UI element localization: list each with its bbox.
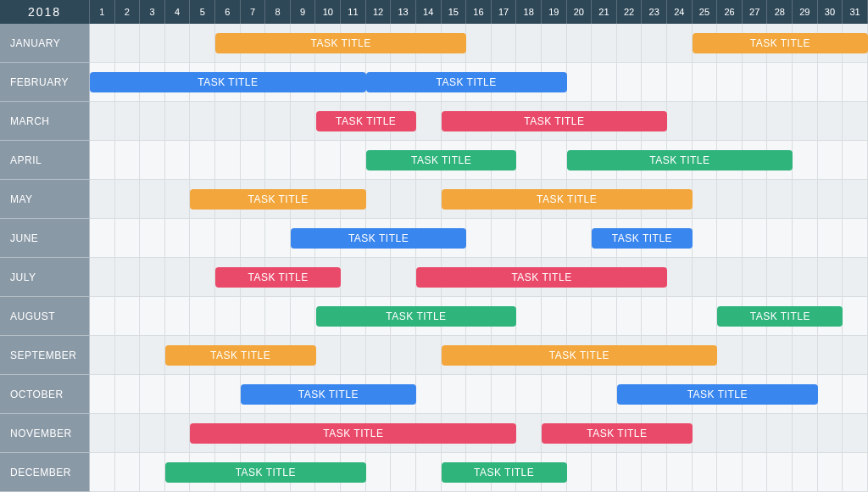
grid-cell — [190, 141, 215, 180]
task-bar[interactable]: TASK TITLE — [366, 150, 517, 171]
grid-cell — [190, 24, 215, 63]
day-header-24: 24 — [667, 0, 693, 24]
grid-cell — [567, 453, 593, 492]
grid-cell — [215, 102, 241, 141]
grid-cell — [667, 258, 693, 297]
grid-cell — [165, 258, 191, 297]
grid-cell — [165, 141, 191, 180]
grid-cell — [717, 63, 743, 102]
grid-cell — [693, 219, 718, 258]
task-bar[interactable]: TASK TITLE — [316, 111, 416, 131]
grid-cell — [717, 180, 743, 219]
task-bar[interactable]: TASK TITLE — [215, 267, 341, 288]
month-label-october: OCTOBER — [0, 375, 90, 414]
grid-cell — [265, 141, 291, 180]
grid-cell — [743, 336, 768, 375]
month-row-may: MAY — [0, 180, 868, 219]
day-header-6: 6 — [215, 0, 241, 24]
day-header-10: 10 — [315, 0, 341, 24]
task-bar[interactable]: TASK TITLE — [617, 384, 818, 405]
grid-cell — [642, 24, 667, 63]
grid-cell — [90, 336, 115, 375]
grid-cell — [165, 24, 191, 63]
grid-cell — [667, 453, 693, 492]
grid-cell — [818, 336, 843, 375]
task-bar[interactable]: TASK TITLE — [90, 72, 366, 92]
day-header-16: 16 — [466, 0, 492, 24]
grid-cell — [793, 219, 818, 258]
grid-cell — [140, 24, 165, 63]
grid-cell — [667, 24, 693, 63]
task-bar[interactable]: TASK TITLE — [215, 33, 466, 53]
grid-cell — [693, 453, 718, 492]
grid-cell — [215, 141, 241, 180]
grid-cell — [767, 63, 793, 102]
grid-cell — [617, 63, 643, 102]
task-bar[interactable]: TASK TITLE — [291, 228, 466, 249]
month-label-march: MARCH — [0, 102, 90, 141]
grid-cell — [140, 219, 165, 258]
task-bar[interactable]: TASK TITLE — [442, 189, 693, 210]
task-bar[interactable]: TASK TITLE — [165, 462, 366, 483]
grid-cell — [115, 453, 141, 492]
grid-cell — [492, 24, 517, 63]
month-row-september: SEPTEMBER — [0, 336, 868, 375]
task-bar[interactable]: TASK TITLE — [165, 345, 316, 366]
day-header-11: 11 — [341, 0, 366, 24]
grid-cell — [115, 375, 141, 414]
grid-cell — [693, 102, 718, 141]
grid-cell — [567, 297, 593, 336]
grid-cell — [843, 414, 868, 453]
task-bar[interactable]: TASK TITLE — [190, 423, 516, 444]
grid-cell — [140, 414, 165, 453]
day-header-12: 12 — [366, 0, 392, 24]
grid-cell — [592, 375, 617, 414]
grid-cell — [165, 102, 191, 141]
grid-cell — [567, 375, 593, 414]
task-bar[interactable]: TASK TITLE — [717, 306, 843, 327]
month-label-august: AUGUST — [0, 297, 90, 336]
task-bar[interactable]: TASK TITLE — [592, 228, 692, 249]
task-bar[interactable]: TASK TITLE — [416, 267, 667, 288]
task-bar[interactable]: TASK TITLE — [366, 72, 567, 92]
task-bar[interactable]: TASK TITLE — [567, 150, 793, 171]
grid-cell — [843, 336, 868, 375]
grid-cell — [793, 180, 818, 219]
task-bar[interactable]: TASK TITLE — [693, 33, 868, 53]
task-bar[interactable]: TASK TITLE — [241, 384, 416, 405]
grid-cell — [717, 453, 743, 492]
grid-cell — [693, 297, 718, 336]
grid-cell — [165, 375, 191, 414]
day-header-1: 1 — [90, 0, 115, 24]
day-header-27: 27 — [743, 0, 768, 24]
grid-cell — [190, 102, 215, 141]
grid-cell — [516, 24, 542, 63]
grid-cell — [241, 219, 266, 258]
task-bar[interactable]: TASK TITLE — [442, 462, 567, 483]
day-header-9: 9 — [291, 0, 316, 24]
task-bar[interactable]: TASK TITLE — [316, 306, 517, 327]
task-bar[interactable]: TASK TITLE — [442, 345, 718, 366]
gantt-body: JANUARYFEBRUARYMARCHAPRILMAYJUNEJULYAUGU… — [0, 24, 868, 492]
task-bar[interactable]: TASK TITLE — [542, 423, 693, 444]
grid-cell — [165, 297, 191, 336]
grid-cell — [466, 24, 492, 63]
grid-cell — [843, 141, 868, 180]
grid-cell — [416, 453, 442, 492]
grid-cell — [743, 102, 768, 141]
grid-cell — [291, 102, 316, 141]
grid-cell — [115, 219, 141, 258]
grid-cell — [542, 297, 567, 336]
grid-cell — [241, 141, 266, 180]
grid-cell — [767, 219, 793, 258]
grid-cell — [617, 297, 643, 336]
grid-cell — [542, 141, 567, 180]
grid-cell — [767, 102, 793, 141]
grid-cell — [442, 375, 467, 414]
task-bar[interactable]: TASK TITLE — [190, 189, 365, 210]
grid-cell — [391, 336, 416, 375]
grid-cell — [140, 336, 165, 375]
grid-cell — [140, 297, 165, 336]
grid-cell — [215, 219, 241, 258]
task-bar[interactable]: TASK TITLE — [442, 111, 668, 131]
